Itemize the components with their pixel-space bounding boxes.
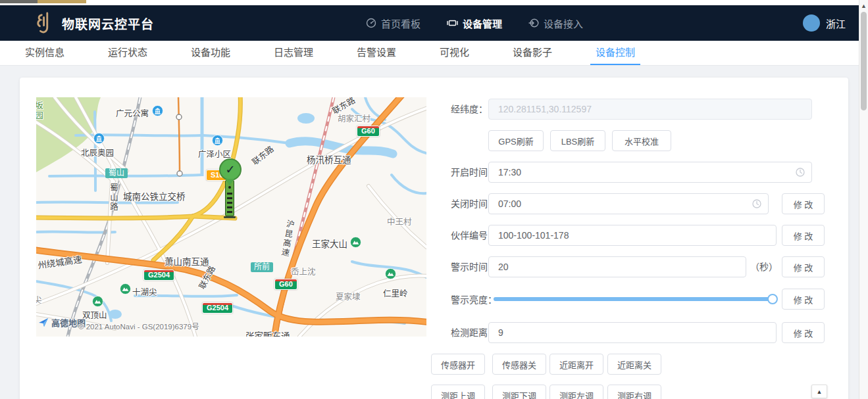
scrollbar[interactable]: ▲ xyxy=(859,0,868,399)
latlng-field xyxy=(488,99,812,120)
scrollbar-up-arrow[interactable]: ▲ xyxy=(859,1,868,11)
brightness-slider[interactable] xyxy=(494,297,773,301)
gauge-icon xyxy=(366,18,376,28)
tab-device-functions[interactable]: 设备功能 xyxy=(186,41,236,65)
modify-close-time-button[interactable]: 修 改 xyxy=(782,193,825,214)
sensor-on-button[interactable]: 传感器开 xyxy=(431,354,485,375)
display-icon xyxy=(447,18,458,28)
pole-base xyxy=(224,216,236,218)
brand[interactable]: 物联网云控平台 xyxy=(34,5,154,41)
latlng-label: 经纬度： xyxy=(451,99,488,120)
map-label: 仁里岭 xyxy=(383,287,408,299)
device-status-pin[interactable]: ✓ xyxy=(219,158,242,181)
pole-light-dot xyxy=(228,186,231,189)
nav-item-label: 首页看板 xyxy=(381,16,421,30)
access-icon xyxy=(528,18,539,28)
modify-brightness-button[interactable]: 修 改 xyxy=(782,289,825,310)
brightness-slider-bar xyxy=(494,297,773,301)
nav-item-device-access[interactable]: 设备接入 xyxy=(528,16,583,30)
device-pole-marker[interactable] xyxy=(225,180,234,216)
gps-refresh-button[interactable]: GPS刷新 xyxy=(488,130,544,151)
user-menu[interactable]: 浙江 xyxy=(803,5,846,41)
user-name: 浙江 xyxy=(826,16,846,30)
close-time-input[interactable] xyxy=(497,198,752,210)
modify-partner-button[interactable]: 修 改 xyxy=(782,225,825,246)
map-label: 岙上沈 xyxy=(291,265,316,277)
open-time-input[interactable] xyxy=(497,166,796,178)
map-label: 王家大山 xyxy=(312,237,347,250)
road-badge-g2504: G2504 xyxy=(202,302,233,314)
warn-time-unit: （秒） xyxy=(750,256,778,277)
mountain-icon xyxy=(120,283,131,294)
tab-device-shadow[interactable]: 设备影子 xyxy=(507,41,557,65)
modify-warn-time-button[interactable]: 修 改 xyxy=(782,256,825,277)
brightness-label: 警示亮度： xyxy=(451,289,497,310)
lbs-refresh-button[interactable]: LBS刷新 xyxy=(550,130,605,151)
range-up-button[interactable]: 测距上调 xyxy=(431,385,485,399)
map-label: 城南公铁立交桥 xyxy=(123,189,186,202)
warn-time-input[interactable] xyxy=(497,261,739,273)
brightness-slider-handle[interactable] xyxy=(767,294,778,304)
top-edge-segment-gold xyxy=(38,0,86,3)
tab-alarm-settings[interactable]: 告警设置 xyxy=(351,41,401,65)
top-edge-segment-dark xyxy=(0,0,38,3)
tabs-bar: 实例信息 运行状态 设备功能 日志管理 告警设置 可视化 设备影子 设备控制 xyxy=(0,41,859,66)
map-label: 萧山南互通 xyxy=(165,254,209,268)
range-right-button[interactable]: 测距右调 xyxy=(607,385,661,399)
distance-input[interactable] xyxy=(497,327,769,339)
map[interactable]: 广元公寓 北辰奥园 广泽小区 城南公铁立交桥 蜀山路 胡家汇村 杨汛桥互通 中王… xyxy=(36,97,426,337)
map-label: 夏家埭 xyxy=(336,290,361,302)
amap-plane-icon xyxy=(38,317,49,328)
check-icon: ✓ xyxy=(225,162,235,177)
partner-input[interactable] xyxy=(497,229,769,241)
map-label: 胡家汇村 xyxy=(338,112,370,124)
latlng-input xyxy=(497,103,805,115)
proximity-on-button[interactable]: 近距离开 xyxy=(549,354,603,375)
town-badge: 所前 xyxy=(251,262,273,272)
top-edge-strip xyxy=(0,0,868,5)
tab-log-management[interactable]: 日志管理 xyxy=(268,41,319,65)
up-arrow-icon: ▲ xyxy=(817,388,823,395)
back-to-top-button[interactable]: ▲ xyxy=(811,385,827,398)
tab-device-control[interactable]: 设备控制 xyxy=(590,41,640,65)
building-icon xyxy=(93,133,105,144)
road-badge-g60: G60 xyxy=(357,126,380,137)
range-down-button[interactable]: 测距下调 xyxy=(492,385,546,399)
warn-time-field[interactable] xyxy=(488,256,746,277)
range-left-button[interactable]: 测距左调 xyxy=(549,385,603,399)
distance-field[interactable] xyxy=(488,322,777,343)
mountain-icon xyxy=(92,296,103,307)
proximity-off-button[interactable]: 近距离关 xyxy=(607,354,661,375)
tab-visualization[interactable]: 可视化 xyxy=(434,41,474,65)
level-calibrate-button[interactable]: 水平校准 xyxy=(612,130,671,151)
map-label: 广元公寓 xyxy=(116,106,149,119)
mountain-icon xyxy=(350,237,361,248)
map-label: 张家畈东通 xyxy=(245,329,290,337)
modify-distance-button[interactable]: 修 改 xyxy=(782,322,825,343)
map-label: 广泽小区 xyxy=(198,147,231,160)
tab-running-status[interactable]: 运行状态 xyxy=(103,41,153,65)
map-label: 十湖尖 xyxy=(132,285,157,298)
clock-icon xyxy=(752,199,761,208)
road-badge-g2504: G2504 xyxy=(143,270,174,281)
nav-item-label: 设备接入 xyxy=(544,16,583,30)
nav-item-dashboard[interactable]: 首页看板 xyxy=(366,16,421,30)
nav-item-device-management[interactable]: 设备管理 xyxy=(447,16,502,30)
map-label: 坂园 xyxy=(36,101,45,120)
sensor-off-button[interactable]: 传感器关 xyxy=(492,354,546,375)
main-nav: 首页看板 设备管理 设备接入 xyxy=(366,5,583,41)
building-icon xyxy=(152,105,163,116)
building-icon xyxy=(212,135,223,146)
avatar[interactable] xyxy=(803,14,820,32)
road-badge-g60: G60 xyxy=(274,279,297,290)
open-time-field[interactable] xyxy=(488,162,812,183)
tab-instance-info[interactable]: 实例信息 xyxy=(20,41,70,65)
close-time-field[interactable] xyxy=(488,193,769,214)
navbar: 物联网云控平台 首页看板 设备管理 设备接入 浙江 xyxy=(0,5,859,41)
mountain-icon xyxy=(385,268,396,279)
tabs: 实例信息 运行状态 设备功能 日志管理 告警设置 可视化 设备影子 设备控制 xyxy=(0,41,859,65)
scrollbar-thumb[interactable] xyxy=(861,12,867,110)
map-label: 双顶山 xyxy=(82,308,107,321)
partner-field[interactable] xyxy=(488,225,777,246)
map-label: 中王村 xyxy=(387,215,412,227)
